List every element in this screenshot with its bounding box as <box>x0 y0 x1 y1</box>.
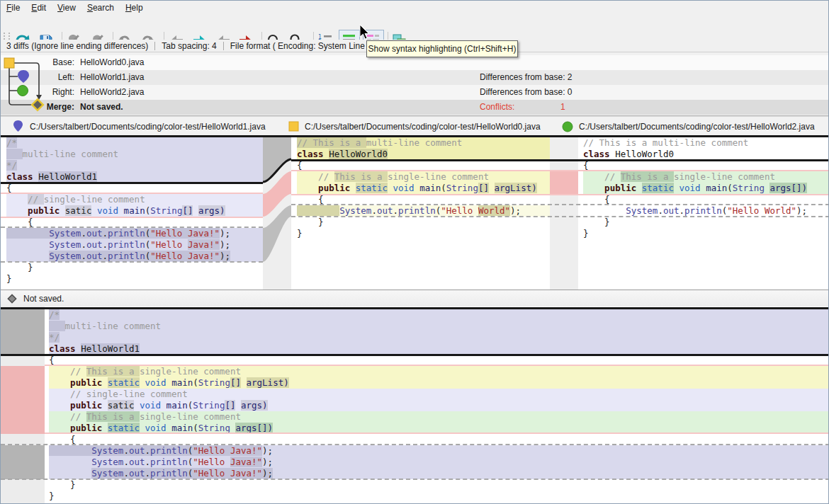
merge-fine-diff-edge <box>1 479 829 480</box>
diff-count-status: 3 diffs (Ignore line ending differences) <box>6 41 148 51</box>
code-line[interactable]: System.out.println("Hello Java!"); <box>49 468 829 479</box>
left-file-path-item[interactable]: C:/Users/talbert/Documents/coding/color-… <box>12 117 266 136</box>
right-file-path-item[interactable]: C:/Users/talbert/Documents/coding/color-… <box>562 117 815 136</box>
merge-status: Not saved. <box>80 102 123 112</box>
code-line[interactable]: public static void main(String[] argList… <box>49 377 829 389</box>
menu-item-view[interactable]: View <box>52 1 81 14</box>
code-token: println <box>108 251 145 261</box>
code-line[interactable]: */ <box>49 332 829 343</box>
fine-diff-edge <box>291 204 829 205</box>
code-line[interactable]: System.out.println("Hello World"); <box>583 205 829 217</box>
base-file-path-item[interactable]: C:/Users/talbert/Documents/coding/color-… <box>288 117 541 136</box>
code-token <box>350 183 356 193</box>
code-token <box>583 205 626 216</box>
code-line[interactable]: } <box>297 228 550 239</box>
code-line[interactable]: class HelloWorld0 <box>297 149 550 160</box>
code-token: . <box>123 457 129 467</box>
left-filename: HelloWorld1.java <box>80 72 145 82</box>
code-line[interactable]: } <box>583 217 829 228</box>
code-token: String <box>733 183 765 193</box>
code-token <box>118 205 124 216</box>
menu-bar: FileEditViewSearchHelp <box>1 1 828 14</box>
code-token <box>167 423 172 433</box>
code-line[interactable]: } <box>6 273 263 285</box>
code-token: out <box>86 251 103 261</box>
menu-item-search[interactable]: Search <box>81 1 120 14</box>
code-line[interactable]: // This is a multi-line comment <box>297 137 550 149</box>
code-token: ); <box>262 445 273 456</box>
code-token: void <box>97 205 118 216</box>
code-line[interactable]: // This is a multi-line comment <box>583 137 829 149</box>
code-line[interactable]: public satic void main(String[] args) <box>49 400 829 411</box>
code-line[interactable]: System.out.println("Hello Java!"); <box>6 228 263 239</box>
code-token: */ <box>6 160 17 171</box>
code-line[interactable]: public satic void main(String[] args) <box>6 205 263 217</box>
code-line[interactable]: */ <box>6 160 263 171</box>
merge-graph-icon <box>2 55 46 115</box>
code-line[interactable]: } <box>49 491 829 502</box>
code-token: String <box>446 183 478 193</box>
code-line[interactable]: // single-line comment <box>6 194 263 205</box>
code-token: . <box>145 468 150 479</box>
code-line[interactable]: /* <box>49 309 829 321</box>
code-token: ( <box>193 377 198 388</box>
code-line[interactable]: System.out.println("Hello World"); <box>297 205 550 217</box>
code-line[interactable]: System.out.println("Hello Java!"); <box>49 445 829 457</box>
menu-item-edit[interactable]: Edit <box>26 1 52 14</box>
code-line[interactable]: System.out.println("Hello Java!"); <box>6 239 263 251</box>
code-line[interactable]: } <box>583 228 829 239</box>
code-line[interactable]: multi-line comment <box>6 149 263 160</box>
conflict-edge <box>291 170 829 171</box>
code-line[interactable]: // This is a single-line comment <box>49 411 829 423</box>
code-token: satic <box>108 400 135 411</box>
code-token: class <box>297 149 324 159</box>
code-token: single-line comment <box>674 171 775 182</box>
code-line[interactable]: // This is a single-line comment <box>297 171 550 183</box>
menu-item-file[interactable]: File <box>1 1 26 14</box>
code-token <box>49 411 70 422</box>
code-line[interactable]: /* <box>6 137 263 149</box>
code-line[interactable]: } <box>49 479 829 491</box>
merge-result-pane[interactable]: /* multi-line comment*/class HelloWorld1… <box>45 307 829 504</box>
code-token <box>91 205 97 216</box>
code-token: Java!" <box>230 457 262 467</box>
code-token: out <box>129 457 145 467</box>
code-token: // <box>70 366 86 377</box>
code-line[interactable]: // This is a single-line comment <box>583 171 829 183</box>
code-token: { <box>583 160 589 171</box>
code-line[interactable]: class HelloWorld0 <box>583 149 829 160</box>
code-token: public <box>318 183 350 193</box>
code-line[interactable]: // This is a single-line comment <box>49 366 829 377</box>
code-token: public <box>28 205 60 216</box>
code-token: out <box>129 445 145 456</box>
code-line[interactable]: } <box>6 262 263 273</box>
code-line[interactable]: } <box>297 217 550 228</box>
code-line[interactable]: System.out.println("Hello Java!"); <box>49 457 829 468</box>
code-token: out <box>129 468 145 479</box>
code-token: // <box>318 171 334 182</box>
code-line[interactable]: public static void main(String[] argList… <box>297 183 550 194</box>
code-token: "Hello <box>193 468 230 479</box>
code-line[interactable]: class HelloWorld1 <box>6 171 263 183</box>
code-line[interactable]: public static void main(String args[]) <box>583 183 829 194</box>
code-token: HelloWorld0 <box>615 149 674 159</box>
selected-block-bottom-boundary-left <box>1 182 263 184</box>
code-line[interactable]: class HelloWorld1 <box>49 343 829 355</box>
right-file-pane[interactable]: // This is a multi-line commentclass Hel… <box>578 135 829 290</box>
code-token: System <box>49 228 81 239</box>
left-file-pane[interactable]: /* multi-line comment*/class HelloWorld1… <box>1 135 263 290</box>
code-token: { <box>297 194 324 205</box>
menu-item-help[interactable]: Help <box>120 1 149 14</box>
merge-diamond-icon <box>6 293 18 304</box>
merge-summary-panel: Base:HelloWorld0.java Left:HelloWorld1.j… <box>1 52 828 116</box>
code-line[interactable]: System.out.println("Hello Java!"); <box>6 251 263 262</box>
code-line[interactable]: multi-line comment <box>49 321 829 332</box>
fine-diff-edge <box>291 216 829 217</box>
code-token: System <box>339 205 371 216</box>
code-line[interactable]: // single-line comment <box>49 389 829 400</box>
code-token: class <box>583 149 610 159</box>
code-token: { <box>6 183 12 193</box>
code-token: */ <box>49 332 60 343</box>
base-file-pane[interactable]: // This is a multi-line commentclass Hel… <box>291 135 550 290</box>
code-token: "Hello <box>150 251 188 261</box>
